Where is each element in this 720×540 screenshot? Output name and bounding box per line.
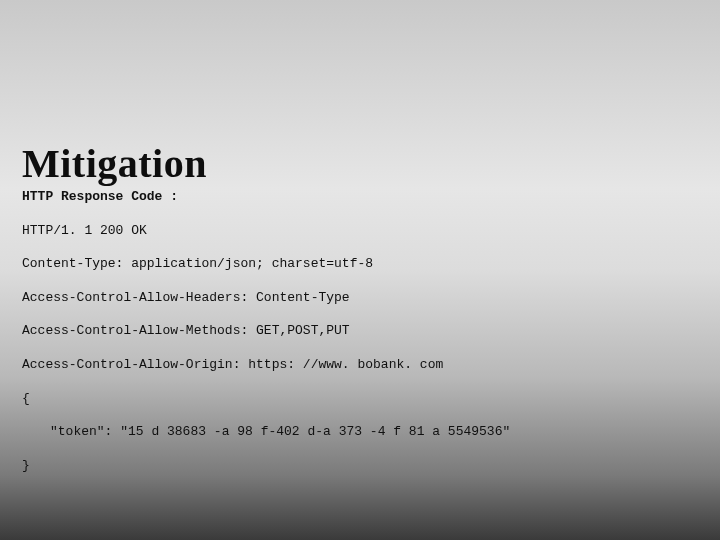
content-type-line: Content-Type: application/json; charset=…	[22, 256, 698, 272]
allow-headers-line: Access-Control-Allow-Headers: Content-Ty…	[22, 290, 698, 306]
allow-origin-line: Access-Control-Allow-Origin: https: //ww…	[22, 357, 698, 373]
allow-methods-line: Access-Control-Allow-Methods: GET,POST,P…	[22, 323, 698, 339]
json-brace-close: }	[22, 458, 698, 474]
slide-title: Mitigation	[22, 140, 698, 187]
http-status-line: HTTP/1. 1 200 OK	[22, 223, 698, 239]
http-response-label: HTTP Response Code :	[22, 189, 698, 205]
json-brace-open: {	[22, 391, 698, 407]
json-token-line: "token": "15 d 38683 -a 98 f-402 d-a 373…	[22, 424, 698, 440]
slide-content: Mitigation HTTP Response Code : HTTP/1. …	[0, 0, 720, 473]
